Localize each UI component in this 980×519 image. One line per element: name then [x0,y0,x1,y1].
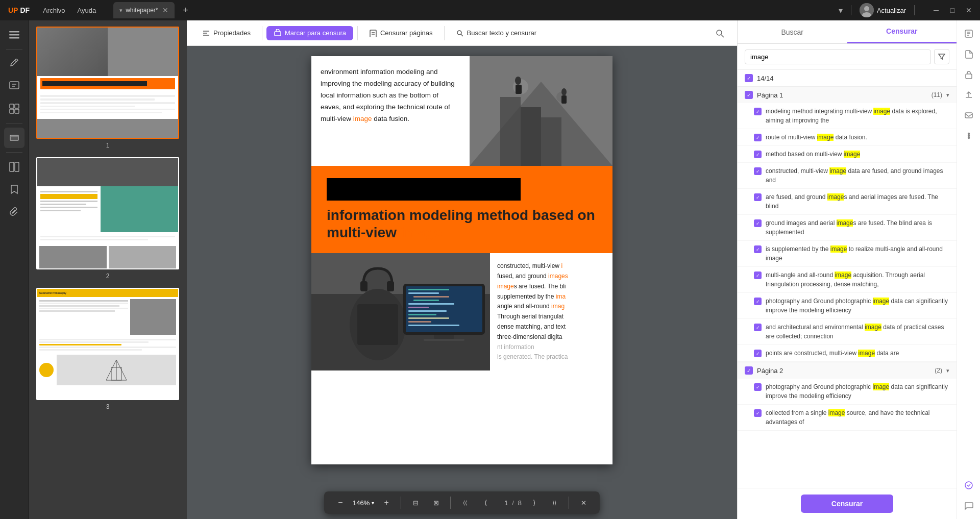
tab-censurar[interactable]: Censurar [847,20,957,43]
result-text-11: points are constructed, multi-view image… [766,349,949,358]
far-right-icon-1[interactable] [960,24,978,43]
sidebar-icon-redact[interactable] [4,128,24,148]
user-area[interactable]: Actualizar [860,3,906,17]
far-right-icon-bottom[interactable] [960,476,978,495]
document-tab[interactable]: ▾ whitepaper* ✕ [113,2,175,18]
nav-next-btn[interactable]: ⟩ [526,495,542,511]
nav-prev-btn[interactable]: ⟨ [477,495,494,511]
dropdown-arrow-area[interactable]: ▾ [839,6,843,15]
result-item-11[interactable]: ✓ points are constructed, multi-view ima… [738,345,957,362]
result-item-p2-1[interactable]: ✓ photography and Ground photographic im… [738,379,957,405]
search-input[interactable] [745,50,931,64]
sidebar-icon-pages[interactable] [4,98,24,119]
search-bar-area [738,44,957,70]
filter-btn[interactable] [934,49,949,64]
sidebar-icon-comment[interactable] [4,76,24,96]
zoom-in-btn[interactable]: + [378,495,395,511]
svg-rect-60 [408,321,431,323]
para1-text: environment information modeling and imp… [321,68,455,122]
result-item-4[interactable]: ✓ constructed, multi-view image data are… [738,163,957,189]
result-item-3[interactable]: ✓ method based on multi-view image [738,146,957,163]
svg-rect-54 [413,300,439,301]
result-check-3[interactable]: ✓ [754,151,762,158]
menu-archivo[interactable]: Archivo [38,5,70,16]
result-item-2[interactable]: ✓ route of multi-view image data fusion. [738,129,957,146]
minimize-btn[interactable]: ─ [929,3,943,17]
result-check-8[interactable]: ✓ [754,271,762,279]
page1-check[interactable]: ✓ [745,91,753,99]
result-check-p2-1[interactable]: ✓ [754,383,762,391]
app-logo[interactable]: UP DF [4,6,34,14]
zoom-out-btn[interactable]: − [332,495,349,511]
maximize-btn[interactable]: □ [945,3,960,17]
sidebar-icon-edit[interactable] [4,54,24,74]
sidebar-icon-attachment[interactable] [4,202,24,222]
result-check-4[interactable]: ✓ [754,167,762,175]
thumb3-header-label: Geometric Philosophy [39,291,66,294]
result-check-10[interactable]: ✓ [754,324,762,331]
results-check-all[interactable]: ✓ [745,74,753,82]
nav-last-btn[interactable]: ⟩⟩ [546,495,562,511]
sidebar-icon-bookmark[interactable] [4,179,24,200]
toolbar-search-icon[interactable] [710,24,729,42]
properties-icon [202,29,210,37]
tab-close-btn[interactable]: ✕ [162,6,168,14]
page2-check[interactable]: ✓ [745,366,753,375]
close-btn[interactable]: ✕ [962,3,976,17]
menu-ayuda[interactable]: Ayuda [72,5,101,16]
result-item-10[interactable]: ✓ and architectural and environmental im… [738,319,957,345]
result-check-6[interactable]: ✓ [754,219,762,227]
result-text-7: is supplemented by the image to realize … [766,244,949,263]
censurar-pag-btn[interactable]: Censurar páginas [362,26,440,40]
result-check-11[interactable]: ✓ [754,350,762,357]
zoom-level-btn[interactable]: 146% ▾ [353,499,374,507]
result-check-7[interactable]: ✓ [754,245,762,253]
svg-rect-58 [408,314,436,315]
marcar-btn[interactable]: Marcar para censura [266,26,353,40]
thumbnail-2[interactable]: 2 [33,157,183,280]
far-right-icon-3[interactable] [960,65,978,84]
censor-execute-btn[interactable]: Censurar [801,495,893,513]
far-right-icon-6[interactable] [960,127,978,145]
sidebar-icon-menu[interactable] [4,24,24,45]
result-check-9[interactable]: ✓ [754,298,762,305]
far-right-icon-5[interactable] [960,106,978,125]
far-right-icon-4[interactable] [960,86,978,104]
result-item-7[interactable]: ✓ is supplemented by the image to realiz… [738,241,957,267]
result-item-8[interactable]: ✓ multi-angle and all-round image acquis… [738,267,957,293]
page1-count: (11) [932,91,942,98]
thumbnail-1[interactable]: 1 [33,27,183,149]
nav-first-btn[interactable]: ⟨⟨ [457,495,473,511]
page1-group-header[interactable]: ✓ Página 1 (11) ▾ [738,87,957,103]
buscar-btn[interactable]: Buscar texto y censurar [449,26,544,40]
result-text-2: route of multi-view image data fusion. [766,133,949,142]
svg-rect-52 [408,292,439,294]
titlebar-divider2 [914,5,915,15]
result-item-p2-2[interactable]: ✓ collected from a single image source, … [738,405,957,431]
result-check-5[interactable]: ✓ [754,193,762,201]
far-right-icon-chat[interactable] [960,497,978,515]
result-item-6[interactable]: ✓ ground images and aerial images are fu… [738,215,957,241]
result-check-2[interactable]: ✓ [754,134,762,141]
svg-rect-4 [9,34,19,36]
nav-fit-btn[interactable]: ⊟ [407,495,424,511]
nav-close-btn[interactable]: ✕ [575,495,592,511]
result-item-5[interactable]: ✓ are fused, and ground images and aeria… [738,189,957,215]
nav-fit2-btn[interactable]: ⊠ [428,495,444,511]
result-check-1[interactable]: ✓ [754,108,762,115]
result-check-p2-2[interactable]: ✓ [754,409,762,417]
result-item-9[interactable]: ✓ photography and Ground photographic im… [738,293,957,319]
page-input[interactable] [498,499,508,507]
far-right-icon-2[interactable] [960,45,978,63]
result-item-1[interactable]: ✓ modeling method integrating multi-view… [738,103,957,129]
document-icon [964,50,973,59]
add-tab-btn[interactable]: + [179,5,192,16]
thumbnail-3[interactable]: Geometric Philosophy [33,288,183,410]
properties-btn[interactable]: Propiedades [195,26,258,40]
tab-buscar[interactable]: Buscar [738,20,847,43]
page2-group-header[interactable]: ✓ Página 2 (2) ▾ [738,362,957,379]
page-bottom-section: constructed, multi-view i fused, and gro… [311,253,612,370]
sidebar-icon-organize[interactable] [4,157,24,177]
svg-rect-61 [408,325,459,326]
doc-page-area[interactable]: environment information modeling and imp… [187,46,737,519]
